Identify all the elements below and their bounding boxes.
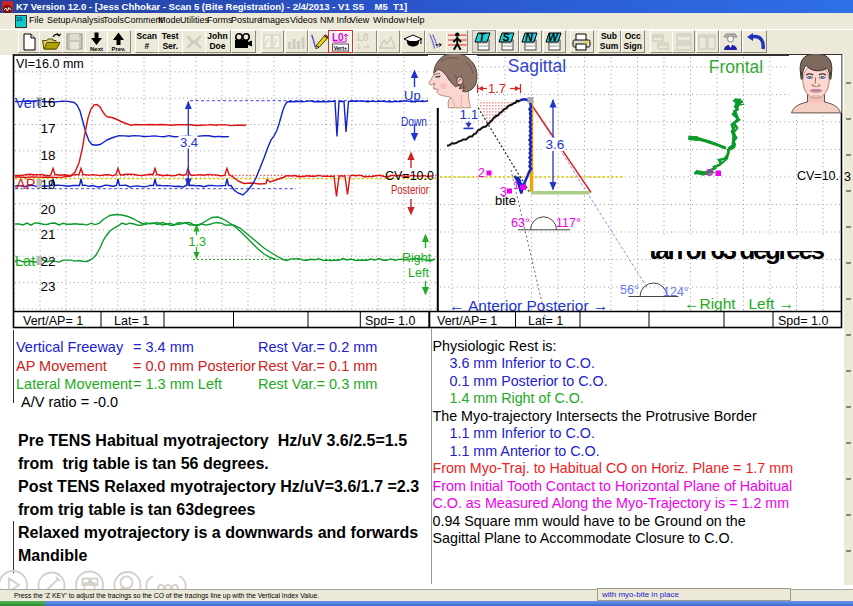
svg-text:W: W — [548, 31, 559, 43]
svg-text:18: 18 — [40, 148, 55, 163]
svg-text:56°: 56° — [620, 283, 639, 297]
svg-text:CV=10.0: CV=10.0 — [385, 169, 434, 183]
svg-text:Up: Up — [404, 88, 421, 103]
svg-text:S: S — [502, 31, 509, 43]
svg-text:22: 22 — [40, 254, 55, 269]
svg-text:2: 2 — [478, 166, 485, 180]
svg-text:63°: 63° — [511, 216, 530, 230]
svg-text:N: N — [525, 31, 533, 43]
svg-text:117°: 117° — [556, 216, 581, 230]
svg-text:17: 17 — [40, 121, 55, 136]
svg-text:Prev.: Prev. — [112, 46, 127, 52]
svg-text:L0: L0 — [357, 32, 369, 43]
svg-text:3.4: 3.4 — [180, 135, 198, 150]
svg-text:Lat: Lat — [15, 253, 35, 269]
svg-text:Next: Next — [90, 46, 103, 52]
svg-text:Lat= 1: Lat= 1 — [114, 314, 149, 328]
svg-text:1: 1 — [513, 179, 519, 191]
svg-text:20: 20 — [40, 202, 55, 217]
svg-text:1.1: 1.1 — [460, 107, 479, 122]
svg-text:bite: bite — [495, 193, 516, 208]
svg-text:Lat= 1: Lat= 1 — [528, 314, 563, 328]
svg-text:16: 16 — [40, 95, 55, 110]
svg-text:3: 3 — [844, 170, 851, 184]
svg-text:Left: Left — [408, 266, 429, 280]
svg-text:Vert/AP= 1: Vert/AP= 1 — [23, 314, 83, 328]
svg-text:1.7: 1.7 — [488, 81, 506, 96]
svg-text:Frontal: Frontal — [709, 57, 763, 77]
svg-text:Sagittal: Sagittal — [508, 56, 566, 76]
svg-text:3.6: 3.6 — [546, 137, 565, 152]
svg-text:19: 19 — [40, 177, 55, 192]
svg-text:Spd= 1.0: Spd= 1.0 — [365, 314, 415, 328]
svg-text:1.3: 1.3 — [189, 235, 206, 249]
svg-text:←Right Left →: ←Right Left → — [684, 295, 794, 312]
svg-text:Down: Down — [401, 115, 427, 129]
svg-text:23: 23 — [40, 279, 55, 294]
svg-text:Posterior: Posterior — [391, 183, 429, 197]
svg-text:CV=10.: CV=10. — [797, 169, 839, 183]
svg-text:Vert+: Vert+ — [334, 45, 348, 51]
svg-text:21: 21 — [40, 227, 55, 242]
svg-text:Spd= 1.0: Spd= 1.0 — [778, 314, 828, 328]
svg-text:AP: AP — [16, 176, 35, 192]
svg-text:Vert: Vert — [15, 95, 41, 111]
svg-text:L0: L0 — [332, 32, 344, 43]
svg-text:Vert/AP= 1: Vert/AP= 1 — [437, 314, 497, 328]
svg-text:Right: Right — [402, 251, 432, 265]
svg-text:VI=16.0 mm: VI=16.0 mm — [16, 57, 84, 71]
